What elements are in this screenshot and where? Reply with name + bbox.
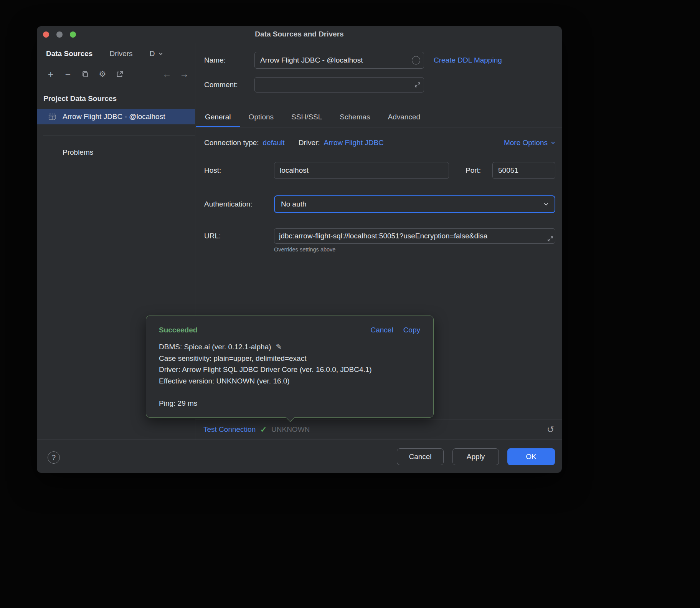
data-source-item-label: Arrow Flight JDBC - @localhost bbox=[63, 112, 165, 121]
footer-divider bbox=[37, 439, 562, 440]
name-label: Name: bbox=[204, 52, 226, 69]
tab-drivers[interactable]: Drivers bbox=[109, 50, 132, 58]
host-input[interactable]: localhost bbox=[274, 162, 449, 179]
help-button[interactable]: ? bbox=[48, 451, 60, 464]
expand-editor-icon[interactable] bbox=[547, 236, 553, 242]
desktop: Data Sources and Drivers Data Sources Dr… bbox=[0, 0, 700, 608]
port-input[interactable]: 50051 bbox=[492, 162, 555, 179]
spinner-icon bbox=[412, 56, 420, 64]
port-label: Port: bbox=[466, 162, 481, 179]
pencil-edit-icon[interactable]: ✎ bbox=[276, 341, 282, 353]
name-value: Arrow Flight JDBC - @localhost bbox=[260, 56, 363, 64]
comment-input[interactable] bbox=[254, 77, 424, 93]
host-value: localhost bbox=[280, 166, 309, 175]
popup-copy-link[interactable]: Copy bbox=[403, 325, 420, 335]
cancel-button[interactable]: Cancel bbox=[397, 448, 444, 465]
authentication-value: No auth bbox=[281, 200, 307, 208]
tab-ddl-mappings-truncated[interactable]: D bbox=[150, 50, 164, 58]
back-arrow-icon[interactable]: ← bbox=[162, 69, 172, 79]
url-label: URL: bbox=[204, 228, 221, 244]
more-options-link[interactable]: More Options bbox=[504, 137, 556, 149]
chevron-down-icon bbox=[543, 201, 549, 207]
popup-cancel-link[interactable]: Cancel bbox=[370, 325, 393, 335]
connection-type-label: Connection type: bbox=[204, 139, 259, 147]
chevron-down-icon bbox=[550, 140, 556, 145]
ok-button[interactable]: OK bbox=[507, 448, 555, 465]
duplicate-icon[interactable] bbox=[81, 69, 90, 79]
tab-data-sources[interactable]: Data Sources bbox=[46, 50, 92, 58]
test-connection-row: Test Connection ✓ UNKNOWN bbox=[203, 424, 310, 435]
add-icon[interactable]: + bbox=[46, 69, 55, 79]
tab-schemas[interactable]: Schemas bbox=[331, 107, 379, 127]
window-title: Data Sources and Drivers bbox=[37, 30, 562, 38]
connection-status-text: UNKNOWN bbox=[271, 425, 310, 434]
tab-label: D bbox=[150, 50, 155, 58]
more-options-label: More Options bbox=[504, 139, 548, 147]
settings-tab-bar: General Options SSH/SSL Schemas Advanced bbox=[196, 107, 429, 127]
remove-icon[interactable]: − bbox=[63, 69, 73, 79]
dbms-info-line: DBMS: Spice.ai (ver. 0.12.1-alpha) ✎ bbox=[159, 341, 423, 353]
open-in-new-icon[interactable] bbox=[115, 69, 124, 79]
popup-body: DBMS: Spice.ai (ver. 0.12.1-alpha) ✎ Cas… bbox=[159, 341, 423, 409]
authentication-label: Authentication: bbox=[204, 195, 253, 213]
popup-pointer bbox=[286, 413, 295, 422]
sidebar-item-problems[interactable]: Problems bbox=[63, 148, 93, 157]
url-hint: Overrides settings above bbox=[274, 246, 335, 253]
tab-ssh-ssl[interactable]: SSH/SSL bbox=[282, 107, 331, 127]
authentication-select[interactable]: No auth bbox=[274, 195, 555, 213]
host-label: Host: bbox=[204, 162, 221, 179]
data-source-table-icon bbox=[48, 112, 56, 121]
sidebar-divider bbox=[43, 135, 195, 135]
tab-options[interactable]: Options bbox=[240, 107, 282, 127]
connection-type-value[interactable]: default bbox=[263, 139, 285, 147]
apply-button[interactable]: Apply bbox=[452, 448, 499, 465]
port-value: 50051 bbox=[498, 166, 518, 175]
driver-label: Driver: bbox=[299, 139, 320, 147]
gear-icon[interactable]: ⚙ bbox=[98, 69, 107, 79]
test-row-divider bbox=[195, 419, 562, 420]
dbms-info-text: DBMS: Spice.ai (ver. 0.12.1-alpha) bbox=[159, 341, 271, 353]
effective-version-line: Effective version: UNKNOWN (ver. 16.0) bbox=[159, 375, 423, 387]
popup-actions: Cancel Copy bbox=[370, 325, 420, 335]
revert-icon[interactable]: ↺ bbox=[547, 424, 554, 435]
test-connection-link[interactable]: Test Connection bbox=[203, 425, 256, 434]
url-input[interactable]: jdbc:arrow-flight-sql://localhost:50051?… bbox=[274, 228, 555, 244]
ping-line: Ping: 29 ms bbox=[159, 398, 423, 409]
test-connection-result-popup: Succeeded Cancel Copy DBMS: Spice.ai (ve… bbox=[146, 316, 434, 418]
sidebar-tab-bar: Data Sources Drivers D bbox=[37, 45, 195, 62]
tab-advanced[interactable]: Advanced bbox=[379, 107, 429, 127]
url-value: jdbc:arrow-flight-sql://localhost:50051?… bbox=[279, 232, 487, 240]
check-icon: ✓ bbox=[260, 425, 267, 434]
test-result-status: Succeeded bbox=[159, 325, 197, 335]
expand-editor-icon[interactable] bbox=[414, 82, 421, 88]
name-input[interactable]: Arrow Flight JDBC - @localhost bbox=[254, 52, 424, 69]
comment-label: Comment: bbox=[204, 77, 238, 93]
driver-value-link[interactable]: Arrow Flight JDBC bbox=[324, 139, 384, 147]
project-data-sources-title: Project Data Sources bbox=[43, 94, 117, 103]
driver-info-line: Driver: Arrow Flight SQL JDBC Driver Cor… bbox=[159, 364, 423, 375]
tabs-divider bbox=[195, 127, 562, 127]
sidebar-toolbar: + − ⚙ ← → bbox=[46, 68, 189, 81]
data-sources-and-drivers-dialog: Data Sources and Drivers Data Sources Dr… bbox=[37, 26, 562, 473]
forward-arrow-icon[interactable]: → bbox=[180, 69, 189, 79]
tab-general[interactable]: General bbox=[196, 107, 240, 127]
chevron-down-icon bbox=[158, 51, 163, 56]
connection-type-row: Connection type: default Driver: Arrow F… bbox=[204, 137, 384, 149]
create-ddl-mapping-link[interactable]: Create DDL Mapping bbox=[434, 52, 502, 69]
case-sensitivity-line: Case sensitivity: plain=upper, delimited… bbox=[159, 353, 423, 364]
data-source-list-item-selected[interactable]: Arrow Flight JDBC - @localhost bbox=[37, 109, 195, 124]
